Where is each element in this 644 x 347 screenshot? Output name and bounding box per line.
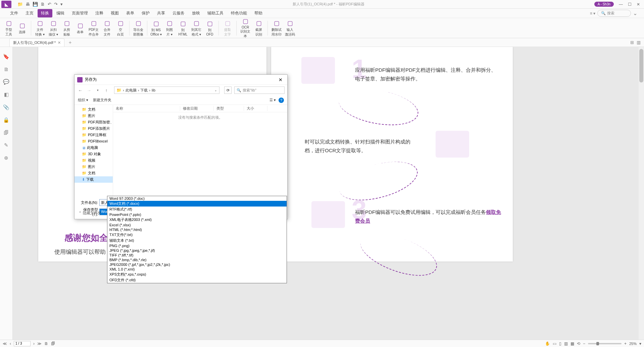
qat-redo-icon[interactable]: ↷ (54, 2, 58, 7)
sb-zoom-more-icon[interactable]: ▾ (639, 341, 641, 346)
menu-item-14[interactable]: 帮助 (251, 9, 266, 17)
ribbon-btn-19[interactable]: ▢输入 激活码 (284, 19, 296, 37)
bc-dropdown-icon[interactable]: ⌄ (214, 89, 217, 92)
sb-zoomout-icon[interactable]: − (583, 341, 585, 346)
ribbon-btn-11[interactable]: ▢到图 片 ▾ (163, 19, 176, 37)
ribbon-btn-14[interactable]: ▢到 OFD (204, 19, 216, 37)
tree-node-8[interactable]: 📁视频 (75, 157, 113, 164)
sb-layout3-icon[interactable]: ▥ (564, 341, 568, 346)
attachments-icon[interactable]: 📎 (3, 104, 9, 110)
sb-view2-icon[interactable]: 🗐 (51, 341, 55, 346)
col-date[interactable]: 修改日期 (180, 106, 214, 111)
sb-layout1-icon[interactable]: ▭ (553, 341, 556, 346)
bc-0[interactable]: 此电脑 (126, 88, 137, 93)
qat-open-icon[interactable]: 📁 (17, 2, 23, 7)
filetype-option-2[interactable]: RTF格式(*.rtf) (107, 207, 287, 212)
sb-hand-icon[interactable]: ✋ (545, 341, 550, 346)
document-tab[interactable]: 新人引导(1)_OCR(4).pdf * ✕ (9, 39, 64, 47)
organize-button[interactable]: 组织 ▾ (78, 98, 88, 103)
ribbon-btn-0[interactable]: ▢手型 工具 (3, 19, 15, 37)
ribbon-btn-12[interactable]: ▢到 HTML (177, 19, 189, 37)
sb-view1-icon[interactable]: 🗎 (44, 341, 48, 346)
signature-icon[interactable]: ✎ (4, 142, 8, 148)
qat-doc-icon[interactable]: 🗎 (41, 2, 45, 7)
menu-item-13[interactable]: 特色功能 (228, 9, 250, 17)
sb-first-icon[interactable]: ≪ (3, 341, 7, 346)
filetype-option-4[interactable]: XML电子表格2003 (*.xml) (107, 217, 287, 223)
filetype-option-1[interactable]: Word文档 (*.docx) (107, 201, 287, 207)
tree-node-11[interactable]: ⬇下载 (75, 176, 113, 183)
user-badge[interactable]: A - Sh3n (594, 2, 614, 7)
form-icon[interactable]: 🗐 (4, 130, 9, 135)
sb-prev-icon[interactable]: ‹ (10, 341, 11, 346)
ribbon-btn-6[interactable]: ▢PDF文 件合并 (88, 19, 100, 37)
view-mode-button[interactable]: ☰ ▾ (269, 98, 276, 102)
menu-item-3[interactable]: 编辑 (53, 9, 68, 17)
menu-item-7[interactable]: 表单 (123, 9, 138, 17)
ribbon-btn-7[interactable]: ▢合并 文件 (101, 19, 113, 37)
ribbon-btn-17[interactable]: ▢截屏 识别 (253, 19, 265, 37)
ribbon-btn-5[interactable]: ▢表单 (74, 19, 86, 37)
tree-node-4[interactable]: 📁PDF注释框 (75, 132, 113, 138)
menu-collapse-icon[interactable]: ⌄ (633, 10, 637, 16)
security-icon[interactable]: 🔒 (3, 117, 9, 123)
comments-icon[interactable]: 💬 (3, 79, 9, 85)
filetype-option-6[interactable]: HTML (*.htm;*.html) (107, 227, 287, 232)
view-panel-icon[interactable]: ▥ (637, 40, 641, 45)
help-button[interactable]: ? (279, 98, 284, 103)
col-name[interactable]: 名称 (113, 106, 180, 111)
tree-node-3[interactable]: 📁PDF添加图片 (75, 125, 113, 132)
menu-item-10[interactable]: 云服务 (169, 9, 188, 17)
ribbon-btn-10[interactable]: ▢到 MS Office ▾ (150, 19, 162, 37)
ribbon-btn-8[interactable]: ▢空 白页 (114, 19, 127, 37)
nav-forward-icon[interactable]: → (86, 88, 92, 93)
ribbon-btn-18[interactable]: ▢删除试 用水印 (270, 19, 283, 37)
ribbon-btn-3[interactable]: ▢从扫 描仪 ▾ (47, 19, 59, 37)
qat-print-icon[interactable]: 🖶 (26, 2, 30, 7)
zoom-slider[interactable] (588, 343, 622, 344)
bc-1[interactable]: 下载 (140, 88, 148, 93)
nav-history-icon[interactable]: ▾ (95, 89, 101, 92)
tree-node-5[interactable]: 📁PDF转excel (75, 138, 113, 144)
tree-node-9[interactable]: 📁图片 (75, 164, 113, 170)
filetype-option-15[interactable]: XPS文档(*.xps,*.oxps) (107, 272, 287, 277)
filetype-option-5[interactable]: Excel (*.xlsx) (107, 223, 287, 227)
doctab-close-icon[interactable]: ✕ (58, 41, 61, 45)
tree-node-0[interactable]: 📁文档 (75, 106, 113, 113)
refresh-button[interactable]: ⟳ (224, 86, 232, 94)
menu-item-8[interactable]: 保护 (138, 9, 153, 17)
page-input[interactable] (14, 341, 31, 346)
col-size[interactable]: 大小 (244, 106, 267, 111)
close-button[interactable]: ✕ (634, 1, 643, 8)
tree-node-2[interactable]: 📁PDF局部加密、 (75, 119, 113, 125)
tree-node-7[interactable]: 📁3D 对象 (75, 151, 113, 157)
sb-layout2-icon[interactable]: ▯ (559, 341, 561, 346)
sb-layout4-icon[interactable]: ▦ (571, 341, 574, 346)
dialog-close-button[interactable]: ✕ (277, 77, 285, 82)
tree-node-6[interactable]: 🖥此电脑 (75, 144, 113, 151)
filetype-option-12[interactable]: BMP (*.bmp,*.dib,*.rle) (107, 257, 287, 262)
menu-item-6[interactable]: 视图 (107, 9, 122, 17)
vertical-scrollbar[interactable] (639, 47, 644, 340)
sb-next-icon[interactable]: › (33, 341, 35, 346)
nav-up-icon[interactable]: ↑ (103, 88, 109, 93)
menu-item-11[interactable]: 放映 (189, 9, 203, 17)
filetype-option-3[interactable]: PowerPoint (*.pptx) (107, 212, 287, 217)
filetype-option-14[interactable]: XML 1.0 (*.xml) (107, 267, 287, 272)
breadcrumb[interactable]: 📁 › 此电脑 › 下载 › lib ⌄ (114, 86, 219, 94)
filetype-option-10[interactable]: JPEG (*.jpg,*.jpeg,*.jpe,*.jif) (107, 248, 287, 253)
folder-tree[interactable]: 📁文档📁图片📁PDF局部加密、📁PDF添加图片📁PDF注释框📁PDF转excel… (75, 105, 113, 198)
filetype-option-7[interactable]: TXT文件(*.txt) (107, 232, 287, 238)
dialog-search[interactable]: 🔍 搜索"lib" (234, 86, 285, 94)
tree-node-1[interactable]: 📁图片 (75, 113, 113, 119)
hide-folders-toggle[interactable]: ⌃ 隐藏文件夹 (79, 211, 101, 216)
tree-node-10[interactable]: 📁文档 (75, 170, 113, 176)
file-list[interactable]: 名称 修改日期 类型 大小 没有与搜索条件匹配的项。 (113, 105, 287, 198)
filetype-option-13[interactable]: JPEG2000 (*.jpf,*.jpx,*.jp2,*.j2k,*.jpc) (107, 262, 287, 267)
menu-item-12[interactable]: 辅助工具 (204, 9, 227, 17)
filetype-option-9[interactable]: PNG (*.png) (107, 243, 287, 248)
sb-last-icon[interactable]: ≫ (37, 341, 42, 346)
new-tab-button[interactable]: ＋ (68, 40, 72, 46)
ribbon-btn-1[interactable]: ▢选择 (16, 19, 28, 37)
filetype-option-8[interactable]: 辅助文本 (*.txt) (107, 238, 287, 243)
